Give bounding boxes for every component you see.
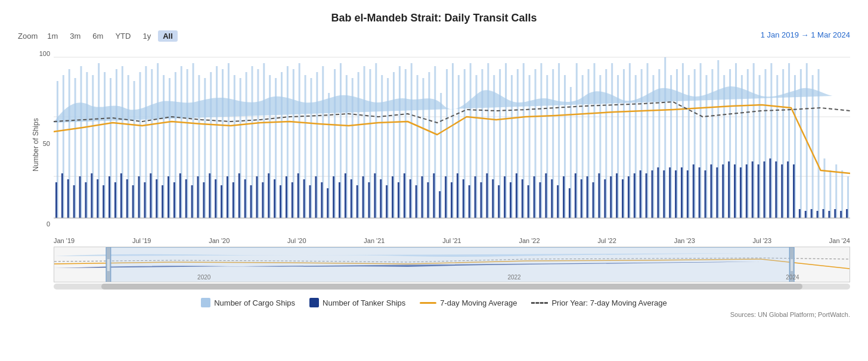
svg-rect-241	[646, 173, 647, 218]
svg-rect-211	[469, 185, 470, 218]
svg-rect-145	[79, 176, 81, 218]
svg-rect-146	[85, 182, 86, 218]
svg-rect-262	[769, 158, 771, 218]
mini-chart: 2020 2022 2024	[54, 247, 850, 282]
legend-tanker-label: Number of Tanker Ships	[323, 298, 405, 307]
svg-rect-223	[539, 182, 541, 218]
mini-x-2024: 2024	[786, 274, 799, 281]
svg-rect-234	[604, 179, 606, 218]
svg-rect-162	[179, 173, 181, 218]
svg-rect-132	[800, 69, 802, 218]
svg-rect-214	[486, 173, 488, 218]
svg-rect-218	[510, 182, 512, 218]
svg-rect-150	[108, 176, 110, 218]
svg-rect-198	[392, 176, 393, 218]
zoom-ytd-button[interactable]: YTD	[110, 30, 135, 42]
svg-rect-164	[191, 185, 193, 218]
svg-rect-189	[339, 182, 340, 218]
svg-rect-144	[73, 185, 75, 218]
x-tick-jul20: Jul '20	[287, 237, 306, 244]
svg-rect-231	[587, 176, 588, 218]
zoom-all-button[interactable]: All	[158, 30, 178, 42]
svg-rect-275	[846, 209, 848, 218]
legend-tanker-box	[309, 298, 319, 307]
svg-rect-134	[812, 75, 814, 218]
svg-rect-187	[327, 188, 328, 218]
x-tick-jan21: Jan '21	[364, 237, 385, 244]
x-tick-jan22: Jan '22	[519, 237, 540, 244]
svg-rect-141	[55, 182, 57, 218]
svg-rect-225	[551, 179, 553, 218]
svg-rect-261	[764, 161, 765, 218]
svg-rect-269	[811, 209, 813, 218]
svg-rect-255	[728, 161, 730, 218]
svg-rect-263	[775, 161, 777, 218]
svg-rect-254	[722, 164, 724, 218]
svg-rect-227	[563, 176, 565, 218]
zoom-1y-button[interactable]: 1y	[138, 30, 156, 42]
svg-rect-224	[545, 173, 547, 218]
date-arrow: →	[801, 30, 809, 39]
svg-rect-246	[675, 170, 677, 218]
x-tick-jul23: Jul '23	[753, 237, 771, 244]
svg-rect-226	[557, 185, 559, 218]
svg-rect-177	[268, 173, 269, 218]
svg-rect-274	[840, 211, 842, 218]
svg-rect-249	[693, 164, 695, 218]
svg-rect-196	[380, 179, 382, 218]
chart-container: Bab el-Mandeb Strait: Daily Transit Call…	[0, 0, 868, 361]
chart-title: Bab el-Mandeb Strait: Daily Transit Call…	[18, 12, 850, 24]
svg-rect-199	[398, 182, 399, 218]
svg-rect-192	[356, 185, 358, 218]
svg-rect-243	[657, 167, 659, 218]
legend-tanker: Number of Tanker Ships	[309, 298, 405, 307]
y-axis-label: Number of Ships	[32, 109, 40, 181]
svg-rect-209	[457, 173, 458, 218]
svg-rect-152	[120, 173, 122, 218]
main-chart-svg	[54, 45, 850, 236]
legend-moving-avg: 7-day Moving Average	[420, 298, 517, 307]
svg-rect-244	[663, 170, 665, 218]
svg-rect-190	[345, 173, 346, 218]
svg-rect-188	[333, 176, 334, 218]
svg-rect-195	[374, 173, 376, 218]
svg-rect-232	[593, 182, 594, 218]
scrollbar-thumb[interactable]	[101, 284, 802, 290]
svg-rect-174	[250, 185, 252, 218]
svg-rect-158	[156, 179, 157, 218]
svg-rect-191	[351, 179, 352, 218]
zoom-3m-button[interactable]: 3m	[65, 30, 85, 42]
svg-rect-186	[321, 182, 323, 218]
svg-rect-217	[504, 176, 506, 218]
svg-rect-208	[451, 182, 452, 218]
svg-rect-245	[669, 167, 671, 218]
zoom-1m-button[interactable]: 1m	[42, 30, 63, 42]
svg-rect-185	[315, 176, 317, 218]
mini-x-2022: 2022	[507, 274, 520, 281]
scrollbar[interactable]	[54, 284, 850, 290]
svg-rect-200	[404, 173, 405, 218]
svg-rect-180	[286, 176, 287, 218]
date-range: 1 Jan 2019 → 1 Mar 2024	[761, 30, 850, 39]
svg-rect-193	[362, 176, 364, 218]
x-tick-jan23: Jan '23	[674, 237, 695, 244]
svg-rect-207	[445, 176, 447, 218]
svg-rect-268	[805, 211, 807, 218]
date-start: 1 Jan 2019	[761, 30, 799, 39]
svg-rect-230	[581, 179, 582, 218]
legend-cargo: Number of Cargo Ships	[201, 298, 295, 307]
svg-rect-251	[705, 170, 706, 218]
svg-rect-203	[421, 176, 423, 218]
svg-rect-148	[97, 179, 98, 218]
svg-rect-272	[828, 211, 830, 218]
legend-prior-year: Prior Year: 7-day Moving Average	[531, 298, 666, 307]
svg-rect-154	[132, 185, 134, 218]
svg-rect-135	[818, 69, 820, 218]
sources-text: Sources: UN Global Platform; PortWatch.	[18, 311, 850, 318]
svg-rect-250	[699, 167, 700, 218]
svg-rect-179	[280, 185, 281, 218]
x-tick-jul22: Jul '22	[597, 237, 616, 244]
zoom-6m-button[interactable]: 6m	[88, 30, 108, 42]
svg-rect-239	[634, 173, 636, 218]
mini-x-2020: 2020	[197, 274, 210, 281]
